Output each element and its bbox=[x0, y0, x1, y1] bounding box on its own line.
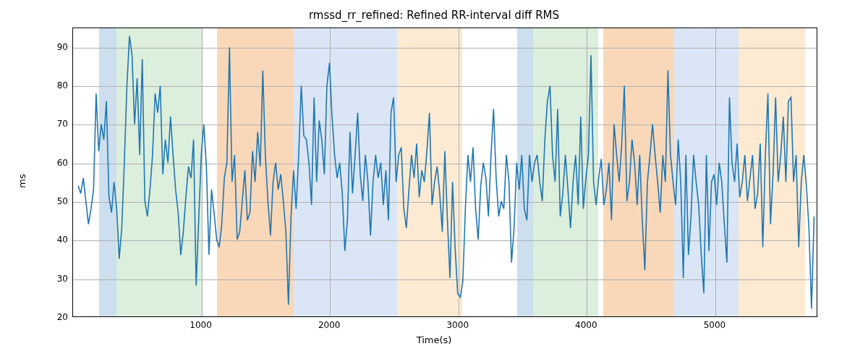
x-tick-label: 3000 bbox=[446, 320, 469, 330]
x-tick-label: 1000 bbox=[190, 320, 212, 330]
chart-title: rmssd_rr_refined: Refined RR-interval di… bbox=[0, 9, 868, 22]
y-tick-label: 90 bbox=[39, 42, 68, 52]
y-tick-label: 20 bbox=[39, 312, 68, 322]
y-tick-label: 70 bbox=[39, 119, 68, 129]
y-axis-label: ms bbox=[17, 174, 27, 188]
x-tick-label: 5000 bbox=[704, 320, 726, 330]
y-tick-label: 40 bbox=[39, 235, 68, 245]
y-tick-label: 50 bbox=[39, 196, 68, 206]
y-tick-label: 30 bbox=[39, 274, 68, 284]
y-tick-label: 80 bbox=[39, 80, 68, 90]
chart-figure: rmssd_rr_refined: Refined RR-interval di… bbox=[0, 0, 868, 362]
plot-area bbox=[72, 28, 817, 317]
y-tick-label: 60 bbox=[39, 158, 68, 168]
series-line bbox=[78, 36, 814, 309]
x-tick-label: 2000 bbox=[318, 320, 341, 330]
line-layer bbox=[73, 28, 817, 316]
x-axis-label: Time(s) bbox=[0, 334, 868, 345]
x-tick-label: 4000 bbox=[575, 320, 597, 330]
